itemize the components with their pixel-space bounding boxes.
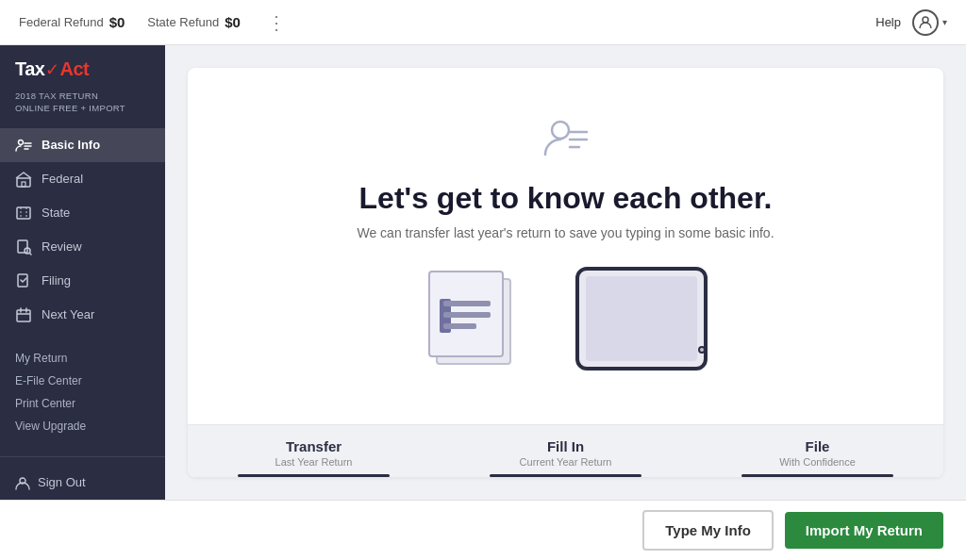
svg-point-0 — [923, 17, 928, 23]
content-area: Let's get to know each other. We can tra… — [165, 45, 966, 500]
sidebar-item-basic-info[interactable]: Basic Info — [0, 128, 165, 162]
step-fillin-title: Fill In — [547, 438, 584, 454]
step-file-title: File — [806, 438, 830, 454]
sidebar-item-basic-info-label: Basic Info — [42, 138, 100, 152]
person-lines-icon — [541, 113, 591, 162]
sign-out-icon — [15, 475, 30, 490]
map-icon — [15, 205, 32, 222]
sidebar-item-filing[interactable]: Filing — [0, 264, 165, 298]
svg-rect-11 — [18, 274, 27, 287]
sign-out-button[interactable]: Sign Out — [15, 469, 150, 497]
app-shell: Federal Refund $0 State Refund $0 ⋮ Help… — [0, 0, 966, 560]
sidebar-bottom: Sign Out My Account — [0, 456, 165, 500]
footer-bar: Type My Info Import My Return — [0, 500, 966, 560]
doc-line-3 — [443, 323, 476, 329]
sidebar-item-review[interactable]: Review — [0, 230, 165, 264]
header-right: Help ▾ — [875, 9, 947, 36]
calendar-icon — [15, 306, 32, 323]
main-layout: Tax✓Act 2018 TAX RETURN ONLINE FREE + IM… — [0, 45, 966, 500]
state-refund-amount: $0 — [225, 14, 241, 30]
sidebar-item-state-label: State — [42, 206, 70, 220]
step-transfer-sub: Last Year Return — [275, 456, 353, 468]
sidebar-item-filing-label: Filing — [42, 273, 71, 288]
step-fillin: Fill In Current Year Return — [440, 425, 691, 477]
more-options-icon[interactable]: ⋮ — [267, 11, 286, 34]
sidebar-item-federal[interactable]: Federal — [0, 162, 165, 196]
sidebar-nav: Basic Info Federal — [0, 128, 165, 332]
refund-area: Federal Refund $0 State Refund $0 ⋮ — [19, 11, 875, 34]
sidebar-logo: Tax✓Act — [0, 45, 165, 88]
import-my-return-button[interactable]: Import My Return — [785, 512, 943, 549]
federal-refund-label: Federal Refund — [19, 15, 104, 29]
print-center-link[interactable]: Print Center — [15, 392, 150, 415]
tablet-home-button — [698, 346, 706, 354]
chevron-down-icon: ▾ — [942, 17, 947, 27]
avatar-button[interactable]: ▾ — [912, 9, 947, 36]
tablet-illustration — [575, 267, 708, 371]
step-file-sub: With Confidence — [779, 456, 856, 468]
step-transfer-title: Transfer — [286, 438, 341, 454]
sidebar-subtitle: 2018 TAX RETURN ONLINE FREE + IMPORT — [0, 88, 165, 128]
sign-out-label: Sign Out — [38, 475, 86, 489]
federal-refund: Federal Refund $0 — [19, 14, 125, 30]
illustration-area — [425, 267, 708, 371]
doc-check-icon — [15, 272, 32, 289]
state-refund: State Refund $0 — [147, 14, 241, 30]
step-fillin-sub: Current Year Return — [520, 456, 612, 468]
step-transfer-underline — [238, 474, 389, 477]
doc-line-2 — [443, 312, 491, 318]
sidebar-item-federal-label: Federal — [42, 172, 83, 186]
sidebar-links: My Return E-File Center Print Center Vie… — [0, 332, 165, 453]
my-return-link[interactable]: My Return — [15, 347, 150, 370]
logo-checkmark: ✓ — [45, 59, 59, 80]
view-upgrade-link[interactable]: View Upgrade — [15, 415, 150, 437]
step-file: File With Confidence — [691, 425, 943, 477]
logo-act: Act — [59, 58, 89, 80]
step-fillin-underline — [490, 474, 641, 477]
sidebar-item-next-year[interactable]: Next Year — [0, 298, 165, 332]
doc-front — [428, 271, 504, 357]
sidebar-item-review-label: Review — [42, 239, 82, 254]
svg-rect-7 — [17, 207, 30, 219]
magnify-doc-icon — [15, 239, 32, 255]
sidebar: Tax✓Act 2018 TAX RETURN ONLINE FREE + IM… — [0, 45, 165, 500]
person-icon-area — [541, 113, 591, 166]
type-my-info-button[interactable]: Type My Info — [642, 510, 774, 551]
page-subtext: We can transfer last year's return to sa… — [357, 225, 774, 240]
building-icon — [15, 171, 32, 188]
sidebar-item-state[interactable]: State — [0, 196, 165, 230]
main-card: Let's get to know each other. We can tra… — [188, 68, 943, 477]
sidebar-item-next-year-label: Next Year — [42, 307, 94, 321]
person-icon — [918, 15, 933, 30]
page-headline: Let's get to know each other. — [359, 181, 773, 216]
federal-refund-amount: $0 — [109, 14, 125, 30]
logo-tax: Tax — [15, 58, 44, 80]
efile-center-link[interactable]: E-File Center — [15, 370, 150, 392]
step-file-underline — [741, 474, 892, 477]
avatar-circle — [912, 9, 939, 36]
help-link[interactable]: Help — [875, 15, 901, 29]
card-body: Let's get to know each other. We can tra… — [188, 68, 943, 424]
steps-bar: Transfer Last Year Return Fill In Curren… — [188, 424, 943, 477]
doc-line-1 — [443, 301, 491, 306]
person-list-icon — [15, 137, 32, 154]
state-refund-label: State Refund — [147, 15, 219, 29]
document-illustration — [425, 267, 528, 371]
tablet-screen — [586, 276, 697, 361]
svg-point-19 — [552, 122, 569, 139]
top-header: Federal Refund $0 State Refund $0 ⋮ Help… — [0, 0, 966, 45]
svg-line-10 — [30, 253, 32, 255]
step-transfer: Transfer Last Year Return — [188, 425, 440, 477]
svg-rect-12 — [17, 310, 30, 321]
svg-rect-8 — [18, 240, 27, 253]
svg-point-1 — [19, 140, 24, 144]
